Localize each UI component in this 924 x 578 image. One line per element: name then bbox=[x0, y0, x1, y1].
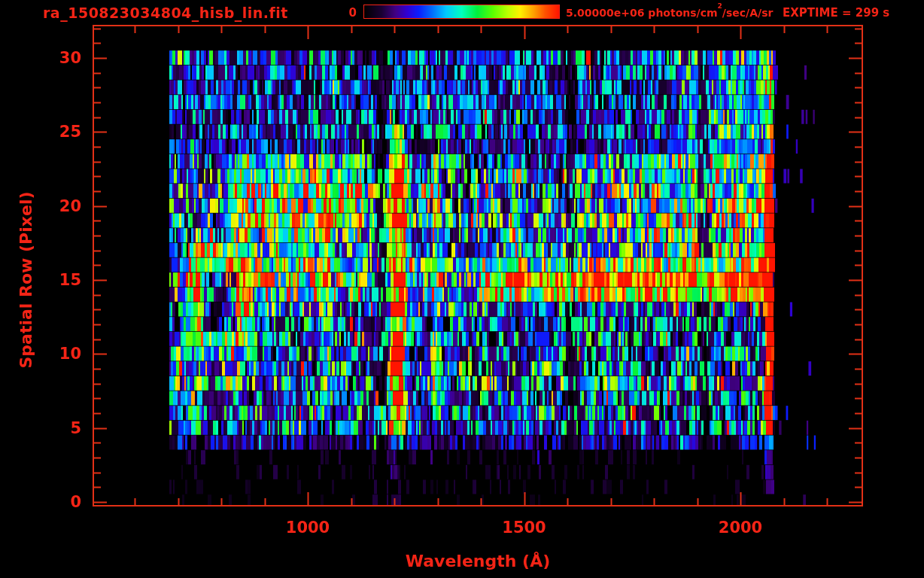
y-tick-label: 15 bbox=[39, 270, 81, 290]
y-tick-label: 0 bbox=[39, 492, 81, 512]
x-tick-label: 2000 bbox=[695, 519, 786, 537]
y-tick-label: 25 bbox=[39, 122, 81, 141]
spectrogram-canvas bbox=[0, 0, 924, 578]
exptime-label: EXPTIME = 299 s bbox=[783, 6, 889, 20]
colorbar-units-pre: photons/cm bbox=[648, 7, 717, 19]
y-tick-label: 20 bbox=[39, 196, 81, 216]
y-tick-label: 5 bbox=[39, 418, 81, 438]
colorbar-units-sup: 2 bbox=[718, 2, 722, 10]
y-tick-label: 10 bbox=[39, 344, 81, 364]
colorbar-gradient bbox=[363, 5, 560, 19]
x-axis-title: Wavelength (Å) bbox=[252, 552, 704, 570]
x-tick-label: 1500 bbox=[479, 519, 570, 537]
colorbar-units-post: /sec/A/sr bbox=[722, 7, 774, 19]
x-tick-label: 1000 bbox=[263, 519, 353, 537]
spectral-image-viewer: ra_150823034804_hisb_lin.fit 0 5.00000e+… bbox=[0, 0, 924, 578]
colorbar-max-label: 5.00000e+06 photons/cm2/sec/A/sr bbox=[566, 6, 773, 19]
y-tick-label: 30 bbox=[39, 48, 81, 68]
y-axis-title: Spatial Row (Pixel) bbox=[17, 167, 38, 393]
file-title: ra_150823034804_hisb_lin.fit bbox=[43, 5, 288, 21]
colorbar-max-value: 5.00000e+06 bbox=[566, 7, 644, 19]
colorbar-min-label: 0 bbox=[334, 6, 357, 20]
